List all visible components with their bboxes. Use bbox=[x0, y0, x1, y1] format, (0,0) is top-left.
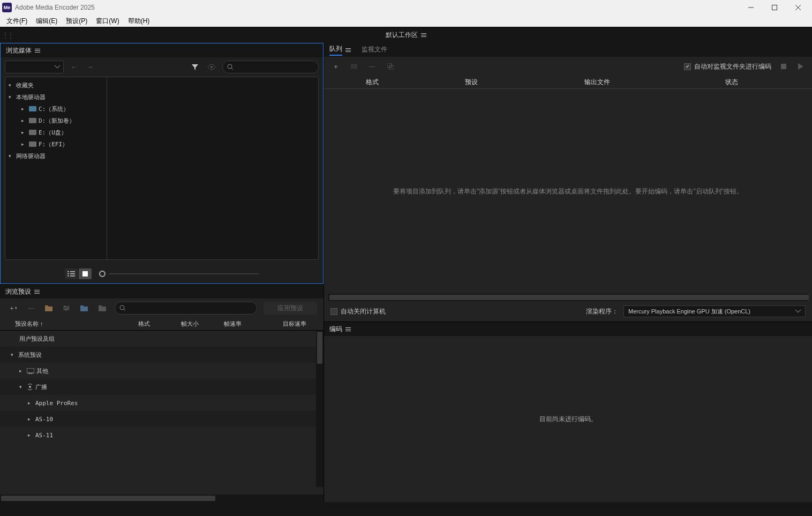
col-format[interactable]: 格式 bbox=[138, 320, 181, 328]
tree-drive-e[interactable]: ▸E:（U盘） bbox=[5, 126, 107, 138]
preset-row-user[interactable]: 用户预设及组 bbox=[0, 331, 324, 347]
svg-rect-23 bbox=[80, 305, 84, 307]
queue-empty-message: 要将项目添加到队列，请单击"添加源"按钮或者从媒体浏览器或桌面将文件拖到此处。要… bbox=[324, 89, 812, 294]
queue-panel: 队列 监视文件 ＋ — 自动对监视文件夹进行编码 格式 预设 bbox=[324, 43, 812, 321]
add-preset-button[interactable]: ＋▾ bbox=[6, 304, 19, 313]
tree-network-drives[interactable]: ▾网络驱动器 bbox=[5, 150, 107, 162]
svg-rect-1 bbox=[772, 5, 777, 10]
browse-media-panel: 浏览媒体 ← → ▾收藏夹 ▾本地驱动器 bbox=[0, 43, 324, 284]
checkbox-icon bbox=[684, 63, 691, 70]
preset-browser-title[interactable]: 浏览预设 bbox=[5, 287, 40, 296]
tree-drive-d[interactable]: ▸D:（新加卷） bbox=[5, 115, 107, 126]
queue-scrollbar-horizontal[interactable] bbox=[328, 294, 808, 301]
svg-point-4 bbox=[210, 66, 213, 68]
svg-rect-15 bbox=[45, 305, 48, 307]
queue-settings-button[interactable] bbox=[349, 63, 359, 70]
tree-drive-c[interactable]: ▸C:（系统） bbox=[5, 103, 107, 115]
new-group-button[interactable] bbox=[43, 305, 55, 311]
path-dropdown[interactable] bbox=[5, 61, 64, 73]
start-queue-button[interactable] bbox=[796, 63, 806, 70]
preset-column-headers: 预设名称 ↑ 格式 帧大小 帧速率 目标速率 bbox=[0, 318, 324, 331]
zoom-track[interactable] bbox=[109, 273, 259, 274]
preset-scrollbar-vertical[interactable] bbox=[316, 331, 324, 487]
auto-shutdown-checkbox[interactable]: 自动关闭计算机 bbox=[330, 307, 386, 316]
export-preset-button[interactable] bbox=[96, 305, 108, 311]
nav-forward-button[interactable]: → bbox=[84, 63, 96, 71]
zoom-slider[interactable] bbox=[99, 271, 259, 277]
tab-watch-folders[interactable]: 监视文件 bbox=[362, 45, 387, 55]
chevron-down-icon bbox=[55, 65, 60, 69]
stop-queue-button[interactable] bbox=[779, 64, 788, 69]
hamburger-icon[interactable] bbox=[345, 48, 351, 52]
col-preset-name[interactable]: 预设名称 ↑ bbox=[4, 320, 138, 328]
grip-icon[interactable]: ⋮⋮ bbox=[2, 32, 13, 39]
preset-row-other[interactable]: ▸其他 bbox=[0, 363, 324, 379]
hamburger-icon bbox=[421, 33, 426, 37]
svg-point-26 bbox=[120, 305, 124, 310]
tree-drive-f[interactable]: ▸F:（EFI） bbox=[5, 138, 107, 150]
list-view-button[interactable] bbox=[65, 268, 78, 279]
tree-local-drives[interactable]: ▾本地驱动器 bbox=[5, 91, 107, 103]
apply-preset-button[interactable]: 应用预设 bbox=[264, 302, 317, 315]
maximize-button[interactable] bbox=[763, 0, 786, 15]
col-output[interactable]: 输出文件 bbox=[533, 78, 661, 87]
menu-file[interactable]: 文件(F) bbox=[2, 16, 32, 27]
preset-row-as11[interactable]: ▸AS-11 bbox=[0, 427, 324, 443]
col-preset[interactable]: 预设 bbox=[410, 78, 533, 87]
media-search-input[interactable] bbox=[222, 61, 319, 73]
menu-preset[interactable]: 预设(P) bbox=[62, 16, 92, 27]
col-format[interactable]: 格式 bbox=[335, 78, 410, 87]
col-frame-rate[interactable]: 帧速率 bbox=[224, 320, 267, 328]
preset-row-broadcast[interactable]: ▾广播 bbox=[0, 379, 324, 395]
media-preview-area[interactable] bbox=[107, 77, 318, 259]
zoom-knob[interactable] bbox=[99, 271, 106, 277]
app-title: Adobe Media Encoder 2025 bbox=[15, 4, 739, 11]
search-icon bbox=[227, 64, 234, 70]
import-preset-button[interactable] bbox=[78, 305, 90, 311]
svg-rect-38 bbox=[781, 64, 786, 69]
svg-rect-14 bbox=[45, 306, 52, 311]
drive-icon bbox=[29, 130, 36, 135]
preset-row-as10[interactable]: ▸AS-10 bbox=[0, 411, 324, 427]
add-source-button[interactable]: ＋ bbox=[330, 62, 341, 71]
col-status[interactable]: 状态 bbox=[661, 78, 801, 87]
thumbnail-view-button[interactable] bbox=[79, 268, 92, 279]
preset-row-apple-prores[interactable]: ▸Apple ProRes bbox=[0, 395, 324, 411]
minimize-button[interactable] bbox=[739, 0, 763, 15]
svg-point-21 bbox=[65, 309, 67, 311]
encoding-title[interactable]: 编码 bbox=[329, 325, 351, 334]
auto-encode-checkbox[interactable]: 自动对监视文件夹进行编码 bbox=[684, 62, 771, 71]
workspace-bar: ⋮⋮ 默认工作区 bbox=[0, 27, 812, 43]
preset-settings-button[interactable] bbox=[61, 305, 72, 311]
titlebar: Me Adobe Media Encoder 2025 bbox=[0, 0, 812, 15]
svg-point-19 bbox=[64, 306, 66, 308]
statusbar bbox=[0, 502, 812, 516]
renderer-dropdown[interactable]: Mercury Playback Engine GPU 加速 (OpenCL) bbox=[623, 305, 806, 317]
eye-icon[interactable] bbox=[205, 64, 218, 70]
tab-queue[interactable]: 队列 bbox=[329, 44, 342, 56]
chevron-down-icon bbox=[795, 310, 801, 313]
browse-media-title[interactable]: 浏览媒体 bbox=[6, 46, 40, 55]
nav-back-button[interactable]: ← bbox=[68, 63, 80, 71]
workspace-selector[interactable]: 默认工作区 bbox=[386, 31, 426, 40]
close-button[interactable] bbox=[786, 0, 810, 15]
workspace-label: 默认工作区 bbox=[386, 31, 418, 40]
preset-search-input[interactable] bbox=[115, 302, 257, 315]
remove-preset-button[interactable]: — bbox=[26, 304, 36, 312]
menu-help[interactable]: 帮助(H) bbox=[124, 16, 154, 27]
col-frame-size[interactable]: 帧大小 bbox=[181, 320, 224, 328]
svg-rect-28 bbox=[27, 368, 34, 373]
svg-line-27 bbox=[124, 309, 125, 311]
preset-row-system[interactable]: ▾系统预设 bbox=[0, 347, 324, 363]
duplicate-button[interactable] bbox=[385, 63, 396, 70]
preset-scrollbar-horizontal[interactable] bbox=[0, 495, 324, 502]
remove-button[interactable]: — bbox=[367, 63, 378, 70]
svg-point-20 bbox=[67, 308, 69, 309]
tree-favorites[interactable]: ▾收藏夹 bbox=[5, 79, 107, 91]
col-target-rate[interactable]: 目标速率 bbox=[267, 320, 319, 328]
drive-icon bbox=[29, 106, 36, 111]
menu-edit[interactable]: 编辑(E) bbox=[32, 16, 62, 27]
filter-icon[interactable] bbox=[189, 63, 201, 71]
menu-window[interactable]: 窗口(W) bbox=[92, 16, 123, 27]
svg-rect-13 bbox=[82, 271, 88, 276]
